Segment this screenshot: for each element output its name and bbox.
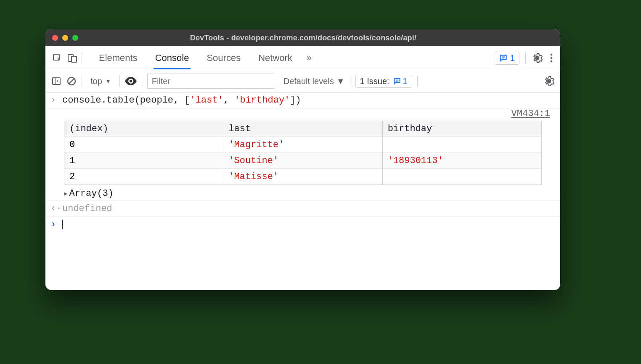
titlebar: DevTools - developer.chrome.com/docs/dev… (45, 29, 560, 46)
table-row: 2'Matisse' (64, 169, 542, 185)
console-table-wrapper: (index)lastbirthday 0'Magritte'1'Soutine… (45, 119, 560, 187)
execution-context-selector[interactable]: top ▼ (87, 76, 114, 86)
prompt-chevron-icon: › (50, 219, 62, 230)
console-output: › console.table(people, ['last', 'birthd… (45, 92, 560, 290)
close-window-icon[interactable] (52, 35, 58, 41)
input-chevron-icon: › (50, 95, 62, 106)
devtools-window: DevTools - developer.chrome.com/docs/dev… (45, 29, 560, 290)
separator (417, 76, 418, 87)
log-levels-selector[interactable]: Default levels ▼ (283, 76, 345, 86)
console-command[interactable]: console.table(people, ['last', 'birthday… (62, 95, 555, 106)
svg-point-7 (551, 57, 553, 59)
table-row: 1'Soutine''18930113' (64, 153, 542, 169)
cell-last: 'Soutine' (223, 153, 382, 169)
chat-icon (499, 54, 508, 62)
levels-label: Default levels (283, 76, 334, 86)
tab-sources[interactable]: Sources (205, 47, 242, 69)
panel-tabs: Elements Console Sources Network (97, 47, 294, 69)
svg-point-6 (551, 54, 553, 56)
console-prompt-row[interactable]: › (45, 217, 560, 232)
separator (142, 76, 142, 87)
console-settings-icon[interactable] (543, 76, 554, 87)
window-controls (52, 35, 78, 41)
chevron-down-icon: ▼ (336, 76, 345, 86)
svg-rect-2 (72, 56, 77, 62)
expand-triangle-icon: ▶ (64, 190, 67, 197)
svg-point-13 (130, 80, 132, 82)
return-chevron-icon: ‹· (50, 203, 62, 214)
console-prompt-input[interactable] (62, 219, 555, 230)
minimize-window-icon[interactable] (62, 35, 68, 41)
messages-count: 1 (510, 53, 515, 63)
source-link-row: VM434:1 (45, 108, 560, 119)
cell-index: 0 (64, 137, 223, 153)
separator (82, 53, 82, 63)
cell-birthday (382, 169, 541, 185)
table-header[interactable]: birthday (382, 121, 541, 137)
device-toggle-icon[interactable] (66, 52, 78, 64)
context-label: top (90, 76, 102, 86)
sidebar-toggle-icon[interactable] (51, 76, 61, 86)
issues-label: 1 Issue: (360, 76, 389, 86)
separator (525, 53, 526, 63)
svg-point-16 (548, 80, 551, 83)
live-expression-icon[interactable] (125, 77, 137, 85)
kebab-menu-icon[interactable] (548, 53, 554, 63)
svg-rect-9 (53, 78, 60, 84)
separator (119, 76, 120, 87)
cell-last: 'Matisse' (223, 169, 382, 185)
messages-badge[interactable]: 1 (495, 52, 519, 65)
cell-birthday (382, 137, 541, 153)
source-link[interactable]: VM434:1 (511, 108, 550, 119)
array-summary[interactable]: ▶ Array(3) (45, 187, 560, 200)
cell-index: 2 (64, 169, 223, 185)
filter-input[interactable] (147, 74, 274, 89)
more-tabs-icon[interactable]: » (307, 53, 312, 63)
svg-point-8 (551, 61, 553, 63)
svg-point-5 (536, 57, 539, 60)
cell-birthday: '18930113' (382, 153, 541, 169)
fullscreen-window-icon[interactable] (72, 35, 78, 41)
issues-badge[interactable]: 1 Issue: 1 (355, 75, 412, 88)
separator (82, 76, 82, 87)
table-header[interactable]: (index) (64, 121, 223, 137)
separator (350, 76, 350, 87)
console-toolbar: top ▼ Default levels ▼ 1 Issue: 1 (45, 70, 560, 92)
issues-count: 1 (403, 76, 408, 86)
clear-console-icon[interactable] (66, 76, 77, 86)
inspect-element-icon[interactable] (51, 52, 63, 64)
tab-elements[interactable]: Elements (97, 47, 139, 69)
tabbar: Elements Console Sources Network » 1 (45, 46, 560, 70)
table-row: 0'Magritte' (64, 137, 542, 153)
cell-index: 1 (64, 153, 223, 169)
tab-network[interactable]: Network (257, 47, 294, 69)
console-table: (index)lastbirthday 0'Magritte'1'Soutine… (64, 121, 542, 185)
chat-icon (393, 77, 401, 85)
svg-line-12 (69, 79, 74, 84)
window-title: DevTools - developer.chrome.com/docs/dev… (78, 34, 528, 42)
cell-last: 'Magritte' (223, 137, 382, 153)
table-header[interactable]: last (223, 121, 382, 137)
console-input-row: › console.table(people, ['last', 'birthd… (45, 92, 560, 108)
array-summary-text: Array(3) (69, 188, 114, 199)
return-value: undefined (62, 203, 555, 214)
console-return-row: ‹· undefined (45, 200, 560, 217)
tab-console[interactable]: Console (154, 47, 191, 69)
chevron-down-icon: ▼ (106, 78, 111, 84)
settings-icon[interactable] (532, 53, 543, 63)
